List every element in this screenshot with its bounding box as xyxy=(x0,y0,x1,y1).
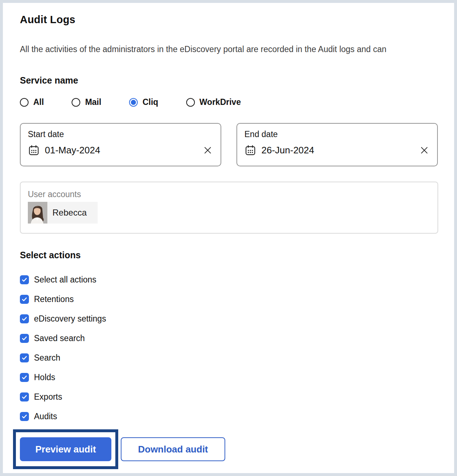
checkbox-checked[interactable] xyxy=(20,314,29,323)
start-date-label: Start date xyxy=(28,129,213,139)
check-icon xyxy=(21,277,27,283)
checkbox-row-exports[interactable]: Exports xyxy=(20,387,454,407)
clear-end-date-button[interactable] xyxy=(419,145,429,155)
checkbox-checked[interactable] xyxy=(20,275,29,284)
avatar xyxy=(28,202,47,224)
checkbox-row-search[interactable]: Search xyxy=(20,348,454,367)
check-icon xyxy=(21,374,27,381)
radio-label: All xyxy=(33,97,44,107)
annotation-highlight-box: Preview audit xyxy=(13,429,118,469)
user-accounts-label: User accounts xyxy=(28,190,430,199)
user-chip[interactable]: Rebecca xyxy=(28,202,98,224)
checkbox-label: Select all actions xyxy=(34,275,97,285)
download-audit-button[interactable]: Download audit xyxy=(121,437,225,461)
check-icon xyxy=(21,355,27,361)
preview-audit-button[interactable]: Preview audit xyxy=(20,437,111,461)
check-icon xyxy=(21,296,27,302)
close-icon xyxy=(419,145,429,155)
calendar-icon xyxy=(28,144,40,156)
date-range-row: Start date xyxy=(20,123,454,166)
end-date-label: End date xyxy=(244,129,429,139)
check-icon xyxy=(21,413,27,420)
check-icon xyxy=(21,335,27,341)
checkbox-row-holds[interactable]: Holds xyxy=(20,367,454,387)
footer-button-row: Preview audit Download audit xyxy=(13,429,454,469)
calendar-icon xyxy=(244,144,256,156)
user-accounts-field[interactable]: User accounts Rebecca xyxy=(20,182,438,234)
checkbox-label: Audits xyxy=(34,412,57,421)
radio-icon[interactable] xyxy=(186,98,195,107)
end-date-value: 26-Jun-2024 xyxy=(261,145,314,156)
select-actions-heading: Select actions xyxy=(20,250,454,260)
page-description: All the activities of the administrators… xyxy=(20,44,454,54)
start-date-value: 01-May-2024 xyxy=(45,145,100,156)
checkbox-label: Exports xyxy=(34,392,62,402)
radio-option-all[interactable]: All xyxy=(20,97,44,107)
clear-start-date-button[interactable] xyxy=(203,145,213,155)
radio-icon-selected[interactable] xyxy=(129,98,138,107)
checkbox-checked[interactable] xyxy=(20,392,29,401)
checkbox-checked[interactable] xyxy=(20,353,29,362)
checkbox-row-ediscovery-settings[interactable]: eDiscovery settings xyxy=(20,309,454,328)
page-title: Audit Logs xyxy=(20,14,454,26)
checkbox-row-saved-search[interactable]: Saved search xyxy=(20,328,454,348)
radio-label: WorkDrive xyxy=(200,97,241,107)
service-name-heading: Service name xyxy=(20,75,454,86)
checkbox-row-audits[interactable]: Audits xyxy=(20,407,454,426)
radio-icon[interactable] xyxy=(20,98,29,107)
user-chip-name: Rebecca xyxy=(47,208,98,218)
checkbox-label: Holds xyxy=(34,373,55,382)
radio-option-cliq[interactable]: Cliq xyxy=(129,97,158,107)
radio-icon[interactable] xyxy=(72,98,80,107)
checkbox-checked[interactable] xyxy=(20,373,29,382)
start-date-field[interactable]: Start date xyxy=(20,123,221,166)
service-radio-group: All Mail Cliq WorkDrive xyxy=(20,97,454,107)
checkbox-checked[interactable] xyxy=(20,295,29,304)
checkbox-label: Search xyxy=(34,353,60,363)
radio-option-workdrive[interactable]: WorkDrive xyxy=(186,97,241,107)
audit-logs-page: Audit Logs All the activities of the adm… xyxy=(0,0,457,476)
checkbox-checked[interactable] xyxy=(20,334,29,343)
check-icon xyxy=(21,316,27,322)
end-date-field[interactable]: End date xyxy=(236,123,438,166)
actions-checklist: Select all actions Retentions eDiscovery… xyxy=(20,270,454,426)
radio-label: Cliq xyxy=(142,97,158,107)
checkbox-label: eDiscovery settings xyxy=(34,314,106,324)
check-icon xyxy=(21,394,27,400)
checkbox-row-select-all-actions[interactable]: Select all actions xyxy=(20,270,454,289)
checkbox-label: Saved search xyxy=(34,333,85,343)
close-icon xyxy=(203,145,213,155)
checkbox-label: Retentions xyxy=(34,294,74,304)
radio-option-mail[interactable]: Mail xyxy=(72,97,101,107)
checkbox-checked[interactable] xyxy=(20,412,29,421)
radio-label: Mail xyxy=(85,97,101,107)
checkbox-row-retentions[interactable]: Retentions xyxy=(20,289,454,309)
